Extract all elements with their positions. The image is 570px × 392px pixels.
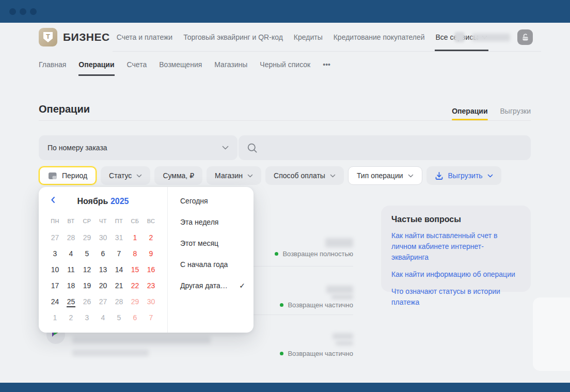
calendar-day[interactable]: 6 (95, 246, 111, 262)
calendar-prev-month-button[interactable] (51, 196, 55, 203)
calendar-day[interactable]: 15 (127, 262, 143, 278)
calendar-day[interactable]: 16 (143, 262, 159, 278)
amount-blurred (331, 294, 353, 300)
search-category-select[interactable]: По номеру заказа (39, 135, 237, 160)
filter-label: Тип операции (357, 171, 403, 180)
calendar-month-label: Ноябрь (77, 197, 108, 206)
calendar-day[interactable]: 11 (63, 262, 79, 278)
calendar-day[interactable]: 3 (47, 246, 63, 262)
amount-blurred (332, 333, 353, 339)
calendar-day[interactable]: 10 (47, 262, 63, 278)
status-label: Возвращен частично (288, 350, 353, 357)
period-option[interactable]: Сегодня (180, 196, 245, 206)
filter-label: Статус (109, 171, 132, 180)
subnav-item[interactable]: Возмещения (159, 60, 202, 69)
window-control-dot[interactable] (9, 8, 16, 15)
logo-text: БИЗНЕС (63, 31, 110, 43)
calendar-day: 27 (95, 294, 111, 310)
period-option[interactable]: Этот месяц (180, 238, 245, 248)
filter-operation-type-button[interactable]: Тип операции (348, 166, 422, 185)
main-nav-item[interactable]: Счета и платежи (117, 33, 173, 41)
calendar-day[interactable]: 14 (111, 262, 127, 278)
header-divider (113, 51, 541, 52)
calendar-day: 31 (111, 230, 127, 246)
calendar-day[interactable]: 17 (47, 278, 63, 294)
main-nav-item[interactable]: Торговый эквайринг и QR-код (183, 33, 283, 41)
subnav-item[interactable]: Счета (127, 60, 147, 69)
calendar-day[interactable]: 24 (47, 294, 63, 310)
subnav-item[interactable]: ••• (323, 60, 330, 69)
window-control-dot[interactable] (30, 8, 37, 15)
view-tabs: ОперацииВыгрузки (452, 107, 531, 120)
chevron-down-icon (330, 174, 336, 178)
calendar-icon (48, 171, 57, 180)
header-right (454, 23, 533, 52)
filter-status-button[interactable]: Статус (101, 166, 150, 185)
main-nav-item[interactable]: Кредитование покупателей (334, 33, 425, 41)
chevron-down-icon (487, 174, 493, 178)
operation-status: Возвращен полностью (275, 250, 353, 258)
calendar-header: Ноябрь 2025 (47, 195, 159, 208)
calendar-day[interactable]: 19 (79, 278, 95, 294)
period-option[interactable]: Другая дата…✓ (180, 280, 245, 291)
calendar-day[interactable]: 20 (95, 278, 111, 294)
status-label: Возвращен полностью (282, 250, 353, 258)
calendar-day[interactable]: 22 (127, 278, 143, 294)
logo[interactable]: Т БИЗНЕС (39, 28, 110, 46)
calendar-day[interactable]: 23 (143, 278, 159, 294)
calendar-year-button[interactable]: 2025 (110, 197, 129, 206)
calendar-day[interactable]: 8 (127, 246, 143, 262)
shield-icon: Т (43, 32, 53, 42)
search-row: По номеру заказа (39, 135, 531, 160)
calendar-day: 29 (127, 294, 143, 310)
page-head: Операции ОперацииВыгрузки (39, 79, 531, 120)
chevron-down-icon (136, 174, 142, 178)
calendar-day[interactable]: 13 (95, 262, 111, 278)
status-dot-icon (280, 352, 283, 355)
calendar-day[interactable]: 18 (63, 278, 79, 294)
period-option-label: Другая дата… (180, 281, 228, 290)
subnav-item[interactable]: Магазины (214, 60, 247, 69)
calendar-day[interactable]: 4 (63, 246, 79, 262)
calendar-day[interactable]: 7 (111, 246, 127, 262)
calendar-day[interactable]: 9 (143, 246, 159, 262)
calendar-day: 27 (47, 230, 63, 246)
faq-link[interactable]: Как найти информацию об операции (391, 269, 520, 280)
download-icon (435, 171, 444, 180)
session-lock-button[interactable] (517, 29, 533, 45)
search-input[interactable] (239, 135, 531, 160)
calendar-day[interactable]: 2 (143, 230, 159, 246)
subnav-item[interactable]: Главная (39, 60, 66, 69)
calendar-day: 5 (111, 310, 127, 326)
filter-shop-button[interactable]: Магазин (207, 166, 261, 185)
faq-link[interactable]: Что означают статусы в истории платежа (391, 286, 520, 308)
calendar-day[interactable]: 21 (111, 278, 127, 294)
status-dot-icon (275, 252, 278, 256)
window-control-dot[interactable] (20, 8, 26, 15)
search-icon (247, 143, 258, 153)
status-dot-icon (280, 303, 283, 307)
calendar-day[interactable]: 5 (79, 246, 95, 262)
calendar-day[interactable]: 12 (79, 262, 95, 278)
period-option[interactable]: Эта неделя (180, 217, 245, 227)
subnav-item[interactable]: Операции (78, 60, 114, 69)
period-option[interactable]: С начала года (180, 259, 245, 270)
main-nav-item[interactable]: Кредиты (294, 33, 323, 41)
calendar-day[interactable]: 25 (63, 294, 79, 310)
calendar-day[interactable]: 1 (127, 230, 143, 246)
filter-payment-method-button[interactable]: Способ оплаты (265, 166, 344, 185)
export-button[interactable]: Выгрузить (426, 166, 501, 185)
filter-label: Способ оплаты (274, 171, 325, 180)
faq-link[interactable]: Как найти выставленный счет в личном каб… (391, 230, 520, 263)
calendar-day: 7 (143, 310, 159, 326)
filter-amount-button[interactable]: Сумма, ₽ (154, 166, 202, 185)
filter-period-button[interactable]: Период (39, 166, 97, 185)
calendar-day: 28 (111, 294, 127, 310)
view-tab[interactable]: Операции (452, 107, 487, 120)
search-category-value: По номеру заказа (48, 144, 107, 152)
page-content: Операции ОперацииВыгрузки По номеру зака… (39, 79, 531, 185)
calendar-day: 6 (127, 310, 143, 326)
subnav-item[interactable]: Черный список (260, 60, 310, 69)
view-tab[interactable]: Выгрузки (500, 107, 531, 120)
calendar-day: 29 (79, 230, 95, 246)
